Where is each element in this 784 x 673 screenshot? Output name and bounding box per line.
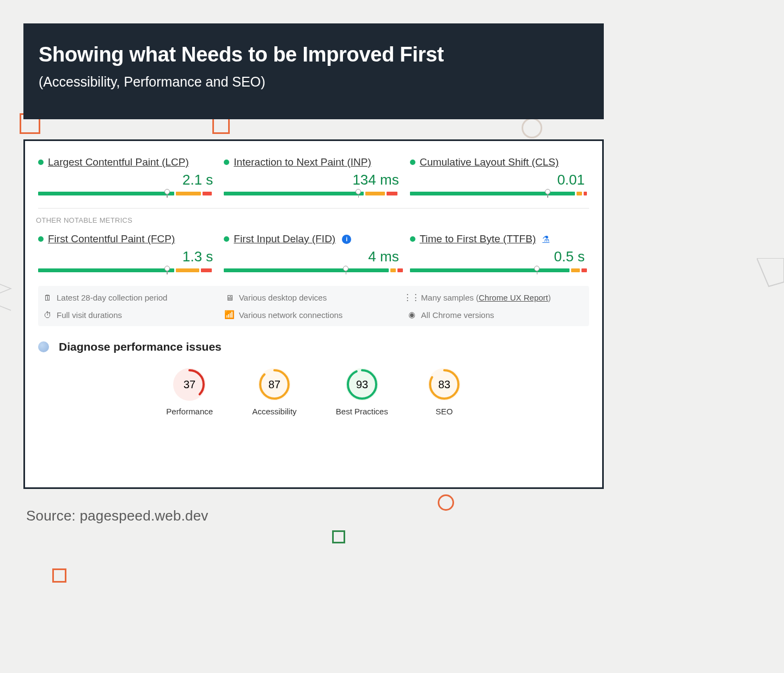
note-samples: ⋮⋮ Many samples (Chrome UX Report) xyxy=(407,292,585,302)
distribution-bar xyxy=(38,191,217,196)
experimental-icon[interactable]: ⚗ xyxy=(542,234,549,244)
other-metrics-row: First Contentful Paint (FCP) 1.3 s First… xyxy=(33,227,595,282)
divider xyxy=(38,208,589,209)
note-text: Many samples (Chrome UX Report) xyxy=(421,293,550,302)
status-dot-icon xyxy=(410,236,415,242)
score-best practices[interactable]: 93 Best Practices xyxy=(336,368,388,416)
diagnose-icon xyxy=(38,341,49,352)
metric-name-link[interactable]: First Contentful Paint (FCP) xyxy=(48,233,175,245)
info-icon[interactable]: i xyxy=(342,235,351,244)
samples-icon: ⋮⋮ xyxy=(407,292,416,302)
svg-text:87: 87 xyxy=(268,378,280,390)
svg-text:93: 93 xyxy=(356,378,368,390)
note-devices: 🖥 Various desktop devices xyxy=(225,292,403,302)
slide-subtitle: (Accessibility, Performance and SEO) xyxy=(39,74,589,90)
note-versions: ◉ All Chrome versions xyxy=(407,310,585,320)
wifi-icon: 📶 xyxy=(225,310,235,320)
metric-name-link[interactable]: Time to First Byte (TTFB) xyxy=(420,233,536,245)
metric-value: 134 ms xyxy=(224,172,403,188)
distribution-bar xyxy=(410,191,589,196)
note-text: Full visit durations xyxy=(57,310,122,320)
source-caption: Source: pagespeed.web.dev xyxy=(26,507,209,524)
metric-value: 0.01 xyxy=(410,172,589,188)
chrome-icon: ◉ xyxy=(407,310,416,320)
pagespeed-report: Largest Contentful Paint (LCP) 2.1 s Int… xyxy=(23,139,604,489)
status-dot-icon xyxy=(224,236,229,242)
bg-square-decor xyxy=(52,568,66,583)
metric-value: 0.5 s xyxy=(410,248,589,265)
score-label: SEO xyxy=(436,407,453,416)
distribution-bar xyxy=(410,267,589,273)
metric-name-link[interactable]: Cumulative Layout Shift (CLS) xyxy=(420,156,559,168)
report-metadata-panel: 🗓 Latest 28-day collection period 🖥 Vari… xyxy=(38,286,589,326)
status-dot-icon xyxy=(38,160,44,165)
core-web-vitals-row: Largest Contentful Paint (LCP) 2.1 s Int… xyxy=(33,150,595,205)
note-network: 📶 Various network connections xyxy=(225,310,403,320)
devices-icon: 🖥 xyxy=(225,293,235,302)
score-accessibility[interactable]: 87 Accessibility xyxy=(252,368,297,416)
score-gauge-icon: 37 xyxy=(173,368,206,401)
timer-icon: ⏱ xyxy=(42,310,52,320)
slide-header: Showing what Needs to be Improved First … xyxy=(23,23,604,119)
percentile-marker-icon xyxy=(356,189,361,197)
score-performance[interactable]: 37 Performance xyxy=(166,368,213,416)
note-durations: ⏱ Full visit durations xyxy=(42,310,220,320)
metric-card: Cumulative Layout Shift (CLS) 0.01 xyxy=(410,156,589,196)
score-label: Performance xyxy=(166,407,213,416)
metric-card: First Input Delay (FID) i 4 ms xyxy=(224,233,403,273)
percentile-marker-icon xyxy=(534,266,540,274)
score-gauge-icon: 93 xyxy=(345,368,379,401)
note-text: Various network connections xyxy=(239,310,343,320)
calendar-icon: 🗓 xyxy=(42,293,52,302)
note-text: Various desktop devices xyxy=(239,293,327,302)
status-dot-icon xyxy=(38,236,44,242)
other-metrics-label: OTHER NOTABLE METRICS xyxy=(33,212,595,227)
percentile-marker-icon xyxy=(545,189,550,197)
svg-text:83: 83 xyxy=(438,378,450,390)
percentile-marker-icon xyxy=(164,266,170,274)
score-gauge-icon: 83 xyxy=(427,368,461,401)
bg-square-decor xyxy=(332,530,345,543)
metric-value: 2.1 s xyxy=(38,172,217,188)
note-text: Latest 28-day collection period xyxy=(57,293,167,302)
status-dot-icon xyxy=(410,160,415,165)
percentile-marker-icon xyxy=(343,266,348,274)
score-label: Accessibility xyxy=(252,407,297,416)
distribution-bar xyxy=(38,267,217,273)
bg-circle-decor xyxy=(522,118,542,138)
svg-text:37: 37 xyxy=(183,378,195,390)
slide-title: Showing what Needs to be Improved First xyxy=(39,43,589,66)
metric-card: Largest Contentful Paint (LCP) 2.1 s xyxy=(38,156,217,196)
distribution-bar xyxy=(224,191,403,196)
score-gauge-icon: 87 xyxy=(258,368,291,401)
chrome-ux-report-link[interactable]: Chrome UX Report xyxy=(479,293,548,302)
score-seo[interactable]: 83 SEO xyxy=(427,368,461,416)
diagnose-section: Diagnose performance issues xyxy=(33,326,595,357)
percentile-marker-icon xyxy=(164,189,170,197)
note-text: All Chrome versions xyxy=(421,310,494,320)
metric-card: Time to First Byte (TTFB) ⚗ 0.5 s xyxy=(410,233,589,273)
distribution-bar xyxy=(224,267,403,273)
bg-circle-decor xyxy=(438,494,454,511)
metric-name-link[interactable]: Largest Contentful Paint (LCP) xyxy=(48,156,189,168)
lighthouse-scores-row: 37 Performance 87 Accessibility 93 Best … xyxy=(33,357,595,418)
note-period: 🗓 Latest 28-day collection period xyxy=(42,292,220,302)
diagnose-title: Diagnose performance issues xyxy=(59,340,222,353)
metric-card: Interaction to Next Paint (INP) 134 ms xyxy=(224,156,403,196)
metric-card: First Contentful Paint (FCP) 1.3 s xyxy=(38,233,217,273)
metric-value: 1.3 s xyxy=(38,248,217,265)
bg-line-decor xyxy=(757,258,784,289)
metric-name-link[interactable]: First Input Delay (FID) xyxy=(234,233,335,245)
metric-value: 4 ms xyxy=(224,248,403,265)
score-label: Best Practices xyxy=(336,407,388,416)
metric-name-link[interactable]: Interaction to Next Paint (INP) xyxy=(234,156,371,168)
status-dot-icon xyxy=(224,160,229,165)
